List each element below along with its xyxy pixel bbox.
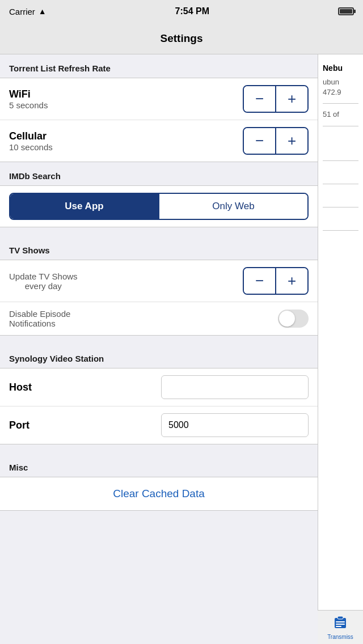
cellular-label: Cellular	[9, 130, 53, 142]
disable-notifications-label: Disable Episode Notifications	[9, 309, 70, 328]
torrent-refresh-group: WiFi 5 seconds − + Cellular 10 seconds −	[0, 78, 318, 162]
port-input[interactable]	[161, 413, 309, 437]
update-tvshows-sub: every day	[9, 281, 78, 291]
cellular-decrease-button[interactable]: −	[244, 128, 275, 154]
right-panel-divider-2	[323, 126, 358, 126]
synology-section-header: Synology Video Station	[0, 345, 318, 368]
cellular-increase-button[interactable]: +	[276, 128, 307, 154]
wifi-decrease-button[interactable]: −	[244, 86, 275, 112]
svg-rect-2	[336, 621, 345, 622]
right-panel-line1: ubun	[323, 77, 358, 87]
imdb-segment-control: Use App Only Web	[9, 193, 309, 220]
tab-label: Transmiss	[327, 634, 353, 640]
host-row: Host	[0, 368, 318, 406]
right-panel-title: Nebu	[323, 63, 358, 73]
toggle-knob	[279, 311, 295, 327]
port-label: Port	[9, 420, 29, 431]
tvshows-increase-button[interactable]: +	[276, 268, 307, 294]
update-tvshows-label: Update TV Shows	[9, 272, 78, 281]
clear-section: Clear Cached Data	[0, 477, 318, 511]
tab-bar[interactable]: Transmiss	[318, 610, 363, 644]
wifi-row: WiFi 5 seconds − +	[0, 78, 318, 120]
misc-section-header: Misc	[0, 454, 318, 477]
tvshows-decrease-button[interactable]: −	[244, 268, 275, 294]
svg-rect-1	[337, 616, 343, 619]
synology-group: Host Port	[0, 368, 318, 444]
svg-rect-4	[336, 626, 341, 627]
disable-label-group: Disable Episode Notifications	[9, 309, 70, 328]
tvshows-section-header: TV Shows	[0, 236, 318, 260]
wifi-value: 5 seconds	[9, 100, 48, 110]
cellular-value: 10 seconds	[9, 142, 53, 152]
spacer-3	[0, 444, 318, 454]
svg-rect-3	[336, 624, 345, 625]
clear-cached-data-button[interactable]: Clear Cached Data	[113, 488, 205, 500]
right-panel-divider-6	[323, 230, 358, 231]
wifi-increase-button[interactable]: +	[276, 86, 307, 112]
wifi-stepper: − +	[243, 85, 309, 113]
right-panel-line2: 472.9	[323, 87, 358, 98]
tvshows-stepper: − +	[243, 267, 309, 295]
main-content: Torrent List Refresh Rate WiFi 5 seconds…	[0, 54, 363, 644]
use-app-button[interactable]: Use App	[10, 194, 158, 219]
battery-icon	[338, 7, 354, 15]
cellular-label-group: Cellular 10 seconds	[9, 130, 53, 152]
wifi-icon: ▲	[39, 7, 47, 16]
cellular-row: Cellular 10 seconds − +	[0, 120, 318, 162]
status-time: 7:54 PM	[175, 6, 209, 16]
host-input[interactable]	[161, 375, 309, 399]
carrier-info: Carrier ▲	[9, 7, 47, 16]
port-row: Port	[0, 406, 318, 444]
right-panel-divider-1	[323, 103, 358, 104]
only-web-button[interactable]: Only Web	[159, 194, 307, 219]
right-panel-divider-4	[323, 184, 358, 184]
nav-title: Settings	[161, 32, 203, 45]
imdb-section-header: IMDb Search	[0, 162, 318, 185]
spacer-2	[0, 336, 318, 345]
wifi-label-group: WiFi 5 seconds	[9, 88, 48, 110]
status-bar: Carrier ▲ 7:54 PM	[0, 0, 363, 23]
imdb-group: Use App Only Web	[0, 185, 318, 227]
disable-notifications-row: Disable Episode Notifications	[0, 302, 318, 335]
cellular-stepper: − +	[243, 127, 309, 155]
spacer-4	[0, 511, 318, 520]
right-panel: Nebu ubun 472.9 51 of	[318, 54, 363, 644]
torrent-refresh-section-header: Torrent List Refresh Rate	[0, 54, 318, 78]
nav-bar: Settings	[0, 23, 363, 54]
update-tvshows-row: Update TV Shows every day − +	[0, 260, 318, 302]
settings-panel: Torrent List Refresh Rate WiFi 5 seconds…	[0, 54, 318, 644]
right-panel-divider-5	[323, 207, 358, 207]
carrier-label: Carrier	[9, 7, 35, 16]
transmiss-icon	[332, 615, 348, 634]
disable-notifications-toggle[interactable]	[278, 310, 309, 328]
right-panel-divider-3	[323, 160, 358, 161]
tvshows-group: Update TV Shows every day − + Disable Ep…	[0, 260, 318, 336]
wifi-label: WiFi	[9, 88, 48, 100]
spacer-1	[0, 227, 318, 236]
host-label: Host	[9, 382, 32, 393]
right-panel-line3: 51 of	[323, 109, 358, 120]
update-label-group: Update TV Shows every day	[9, 272, 78, 291]
